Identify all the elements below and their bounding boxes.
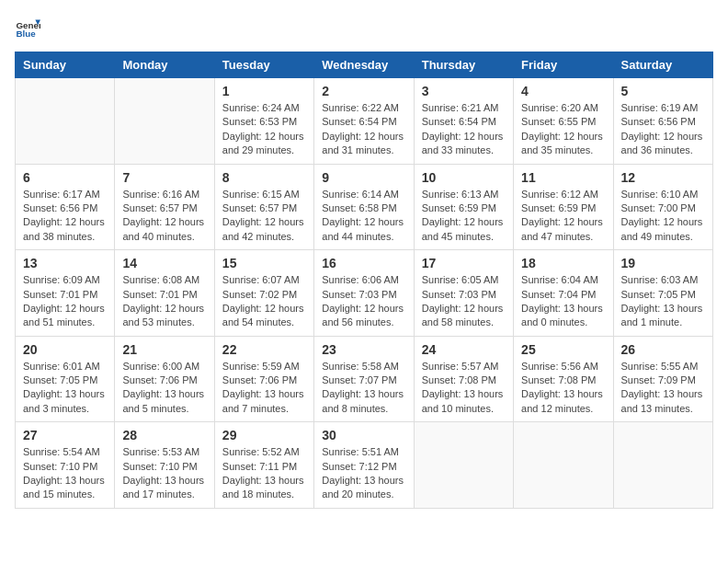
day-number: 11	[521, 170, 605, 185]
day-info: Sunrise: 6:21 AM Sunset: 6:54 PM Dayligh…	[422, 101, 506, 158]
calendar-cell: 6Sunrise: 6:17 AM Sunset: 6:56 PM Daylig…	[16, 164, 115, 250]
calendar-cell: 26Sunrise: 5:55 AM Sunset: 7:09 PM Dayli…	[613, 336, 712, 422]
day-number: 18	[521, 256, 605, 270]
day-info: Sunrise: 6:03 AM Sunset: 7:05 PM Dayligh…	[621, 273, 705, 330]
weekday-header-tuesday: Tuesday	[214, 52, 313, 78]
calendar-cell: 24Sunrise: 5:57 AM Sunset: 7:08 PM Dayli…	[414, 336, 513, 422]
day-number: 20	[23, 342, 107, 357]
day-number: 29	[222, 428, 306, 442]
day-number: 16	[322, 256, 405, 270]
calendar-cell: 8Sunrise: 6:15 AM Sunset: 6:57 PM Daylig…	[214, 164, 313, 250]
weekday-header-thursday: Thursday	[414, 52, 513, 78]
day-info: Sunrise: 5:55 AM Sunset: 7:09 PM Dayligh…	[621, 360, 705, 417]
day-number: 13	[23, 256, 107, 270]
day-info: Sunrise: 5:57 AM Sunset: 7:08 PM Dayligh…	[422, 360, 506, 417]
weekday-header-friday: Friday	[514, 52, 613, 78]
weekday-header-row: SundayMondayTuesdayWednesdayThursdayFrid…	[16, 52, 713, 78]
calendar-cell: 14Sunrise: 6:08 AM Sunset: 7:01 PM Dayli…	[115, 250, 214, 337]
day-info: Sunrise: 6:16 AM Sunset: 6:57 PM Dayligh…	[122, 188, 206, 245]
header: General Blue	[15, 15, 713, 40]
day-number: 3	[422, 84, 506, 98]
day-number: 24	[422, 342, 506, 357]
calendar-cell: 2Sunrise: 6:22 AM Sunset: 6:54 PM Daylig…	[314, 78, 414, 165]
calendar-cell: 17Sunrise: 6:05 AM Sunset: 7:03 PM Dayli…	[414, 250, 513, 337]
day-number: 28	[122, 428, 206, 442]
day-info: Sunrise: 5:52 AM Sunset: 7:11 PM Dayligh…	[222, 445, 306, 502]
calendar-table: SundayMondayTuesdayWednesdayThursdayFrid…	[15, 52, 713, 509]
day-info: Sunrise: 6:00 AM Sunset: 7:06 PM Dayligh…	[122, 360, 206, 417]
day-info: Sunrise: 6:10 AM Sunset: 7:00 PM Dayligh…	[621, 188, 705, 245]
day-info: Sunrise: 6:09 AM Sunset: 7:01 PM Dayligh…	[23, 273, 107, 330]
day-number: 2	[322, 84, 405, 98]
calendar-week-row-5: 27Sunrise: 5:54 AM Sunset: 7:10 PM Dayli…	[16, 422, 713, 509]
day-info: Sunrise: 5:56 AM Sunset: 7:08 PM Dayligh…	[521, 360, 605, 417]
calendar-week-row-2: 6Sunrise: 6:17 AM Sunset: 6:56 PM Daylig…	[16, 164, 713, 250]
calendar-week-row-3: 13Sunrise: 6:09 AM Sunset: 7:01 PM Dayli…	[16, 250, 713, 337]
day-info: Sunrise: 5:54 AM Sunset: 7:10 PM Dayligh…	[23, 445, 107, 502]
calendar-cell: 28Sunrise: 5:53 AM Sunset: 7:10 PM Dayli…	[115, 422, 214, 509]
calendar-cell: 23Sunrise: 5:58 AM Sunset: 7:07 PM Dayli…	[314, 336, 414, 422]
day-number: 22	[222, 342, 306, 357]
day-info: Sunrise: 6:06 AM Sunset: 7:03 PM Dayligh…	[322, 273, 405, 330]
day-number: 14	[122, 256, 206, 270]
calendar-cell: 11Sunrise: 6:12 AM Sunset: 6:59 PM Dayli…	[514, 164, 613, 250]
day-number: 19	[621, 256, 705, 270]
day-number: 17	[422, 256, 506, 270]
day-info: Sunrise: 5:53 AM Sunset: 7:10 PM Dayligh…	[122, 445, 206, 502]
calendar-cell: 4Sunrise: 6:20 AM Sunset: 6:55 PM Daylig…	[514, 78, 613, 165]
logo: General Blue	[15, 15, 40, 40]
calendar-cell	[613, 422, 712, 509]
calendar-cell: 21Sunrise: 6:00 AM Sunset: 7:06 PM Dayli…	[115, 336, 214, 422]
day-number: 7	[122, 170, 206, 185]
day-info: Sunrise: 6:14 AM Sunset: 6:58 PM Dayligh…	[322, 188, 405, 245]
calendar-cell: 22Sunrise: 5:59 AM Sunset: 7:06 PM Dayli…	[214, 336, 313, 422]
calendar-cell: 10Sunrise: 6:13 AM Sunset: 6:59 PM Dayli…	[414, 164, 513, 250]
calendar-cell: 9Sunrise: 6:14 AM Sunset: 6:58 PM Daylig…	[314, 164, 414, 250]
weekday-header-saturday: Saturday	[613, 52, 712, 78]
day-number: 27	[23, 428, 107, 442]
calendar-week-row-4: 20Sunrise: 6:01 AM Sunset: 7:05 PM Dayli…	[16, 336, 713, 422]
day-info: Sunrise: 5:58 AM Sunset: 7:07 PM Dayligh…	[322, 360, 405, 417]
day-info: Sunrise: 6:13 AM Sunset: 6:59 PM Dayligh…	[422, 188, 506, 245]
day-info: Sunrise: 6:08 AM Sunset: 7:01 PM Dayligh…	[122, 273, 206, 330]
day-number: 5	[621, 84, 705, 98]
day-info: Sunrise: 6:17 AM Sunset: 6:56 PM Dayligh…	[23, 188, 107, 245]
day-number: 10	[422, 170, 506, 185]
day-number: 15	[222, 256, 306, 270]
day-info: Sunrise: 6:22 AM Sunset: 6:54 PM Dayligh…	[322, 101, 405, 158]
day-number: 1	[222, 84, 306, 98]
day-number: 8	[222, 170, 306, 185]
day-info: Sunrise: 6:05 AM Sunset: 7:03 PM Dayligh…	[422, 273, 506, 330]
calendar-cell: 30Sunrise: 5:51 AM Sunset: 7:12 PM Dayli…	[314, 422, 414, 509]
calendar-cell: 5Sunrise: 6:19 AM Sunset: 6:56 PM Daylig…	[613, 78, 712, 165]
day-info: Sunrise: 6:12 AM Sunset: 6:59 PM Dayligh…	[521, 188, 605, 245]
day-number: 9	[322, 170, 405, 185]
calendar-cell: 12Sunrise: 6:10 AM Sunset: 7:00 PM Dayli…	[613, 164, 712, 250]
calendar-cell: 25Sunrise: 5:56 AM Sunset: 7:08 PM Dayli…	[514, 336, 613, 422]
calendar-cell: 27Sunrise: 5:54 AM Sunset: 7:10 PM Dayli…	[16, 422, 115, 509]
calendar-cell: 3Sunrise: 6:21 AM Sunset: 6:54 PM Daylig…	[414, 78, 513, 165]
weekday-header-wednesday: Wednesday	[314, 52, 414, 78]
calendar-cell	[16, 78, 115, 165]
day-number: 23	[322, 342, 405, 357]
day-info: Sunrise: 6:19 AM Sunset: 6:56 PM Dayligh…	[621, 101, 705, 158]
day-number: 4	[521, 84, 605, 98]
day-info: Sunrise: 5:51 AM Sunset: 7:12 PM Dayligh…	[322, 445, 405, 502]
calendar-cell: 20Sunrise: 6:01 AM Sunset: 7:05 PM Dayli…	[16, 336, 115, 422]
day-info: Sunrise: 6:15 AM Sunset: 6:57 PM Dayligh…	[222, 188, 306, 245]
day-info: Sunrise: 5:59 AM Sunset: 7:06 PM Dayligh…	[222, 360, 306, 417]
day-info: Sunrise: 6:24 AM Sunset: 6:53 PM Dayligh…	[222, 101, 306, 158]
day-number: 30	[322, 428, 405, 442]
calendar-cell	[514, 422, 613, 509]
day-info: Sunrise: 6:01 AM Sunset: 7:05 PM Dayligh…	[23, 360, 107, 417]
day-info: Sunrise: 6:07 AM Sunset: 7:02 PM Dayligh…	[222, 273, 306, 330]
calendar-cell: 13Sunrise: 6:09 AM Sunset: 7:01 PM Dayli…	[16, 250, 115, 337]
day-number: 25	[521, 342, 605, 357]
day-number: 21	[122, 342, 206, 357]
calendar-cell: 16Sunrise: 6:06 AM Sunset: 7:03 PM Dayli…	[314, 250, 414, 337]
day-number: 26	[621, 342, 705, 357]
calendar-cell	[115, 78, 214, 165]
weekday-header-monday: Monday	[115, 52, 214, 78]
weekday-header-sunday: Sunday	[16, 52, 115, 78]
calendar-cell	[414, 422, 513, 509]
